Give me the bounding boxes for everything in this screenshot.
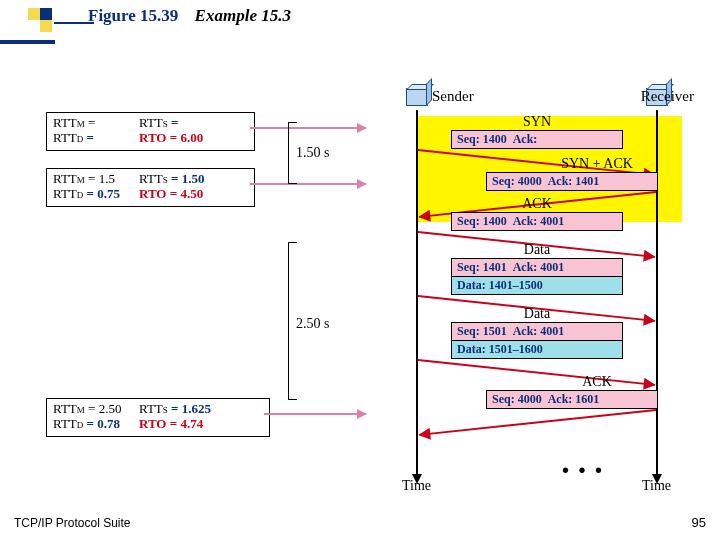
example-number: Example 15.3 [195, 6, 291, 25]
bracket-2 [288, 242, 289, 400]
rtt-box-1: RTTM = RTTS = RTTD = RTO = 6.00 [46, 112, 255, 151]
interval-2: 2.50 s [296, 316, 329, 332]
bracket-1 [288, 122, 289, 184]
figure-number: Figure 15.39 [88, 6, 178, 25]
rtt-box-3: RTTM = 2.50 RTTS = 1.625 RTTD = 0.78 RTO… [46, 398, 270, 437]
pink-arrow-1 [250, 127, 366, 129]
rtt-box-2: RTTM = 1.5 RTTS = 1.50 RTTD = 0.75 RTO =… [46, 168, 255, 207]
slide-root: Figure 15.39 Example 15.3 RTTM = RTTS = … [0, 0, 720, 540]
msg-syn: SYN Seq: 1400 Ack: [418, 114, 656, 151]
interval-1: 1.50 s [296, 145, 329, 161]
msg-ack2: ACK Seq: 4000 Ack: 1601 [418, 374, 656, 411]
sender-host-icon [406, 88, 428, 106]
slide-title: Figure 15.39 Example 15.3 [88, 6, 291, 26]
msg-ack1: ACK Seq: 1400 Ack: 4001 [418, 196, 656, 233]
sequence-diagram: Sender Receiver Time Time SYN Seq: 1400 … [370, 86, 710, 494]
title-underline-2 [0, 40, 55, 44]
sender-label: Sender [432, 88, 474, 105]
page-number: 95 [692, 515, 706, 530]
time-label-right: Time [642, 478, 671, 494]
rto-1: RTO = 6.00 [139, 130, 203, 145]
msg-data1: Data Seq: 1401 Ack: 4001 Data: 1401–1500 [418, 242, 656, 297]
pink-arrow-2 [250, 183, 366, 185]
footer-text: TCP/IP Protocol Suite [14, 516, 131, 530]
pink-arrow-3 [264, 413, 366, 415]
time-label-left: Time [402, 478, 431, 494]
msg-synack: SYN + ACK Seq: 4000 Ack: 1401 [418, 156, 656, 193]
title-bullet-icon [28, 8, 54, 34]
rto-2: RTO = 4.50 [139, 186, 203, 201]
rto-3: RTO = 4.74 [139, 416, 203, 431]
receiver-lifeline [656, 110, 658, 476]
continuation-dots: • • • [562, 459, 604, 482]
receiver-label: Receiver [641, 88, 694, 105]
msg-data2: Data Seq: 1501 Ack: 4001 Data: 1501–1600 [418, 306, 656, 361]
